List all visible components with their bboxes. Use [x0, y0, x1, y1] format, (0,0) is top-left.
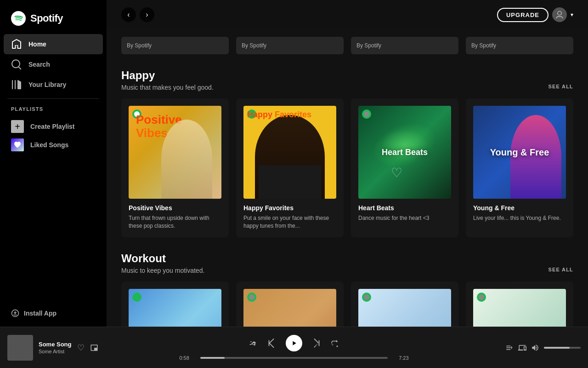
app-layout: Spotify Home Search: [0, 0, 588, 327]
happy-cards-grid: Positive Vibes Positive Vibes Turn that …: [121, 98, 573, 237]
user-avatar[interactable]: [552, 7, 567, 22]
happy-subtitle: Music that makes you feel good.: [121, 84, 214, 91]
home-icon: [11, 39, 22, 50]
card-heart-beats-title: Heart Beats: [358, 204, 451, 212]
hf-jacket: [259, 165, 321, 199]
pop-warmup-text: Pop Warmup 130 BPM: [358, 289, 451, 327]
card-workout-beats[interactable]: Workout Beats Workout Beats The best bea…: [236, 282, 344, 327]
svg-point-0: [11, 11, 26, 26]
top-card-1[interactable]: By Spotify: [121, 37, 229, 54]
heart-button[interactable]: ♡: [77, 343, 85, 353]
hf-text: Happy Favorites: [247, 110, 311, 120]
card-heart-beats[interactable]: Heart Beats ♡ Heart Beats Dance music fo…: [351, 98, 458, 237]
card-positive-vibes[interactable]: Positive Vibes Positive Vibes Turn that …: [121, 98, 229, 237]
sidebar-item-search[interactable]: Search: [4, 54, 103, 75]
fast-pop-text: Fast Pop Run 180 BPM: [473, 289, 566, 327]
user-icon: [555, 10, 564, 19]
card-happy-favorites-image: Happy Favorites: [243, 106, 336, 199]
card-workout-beats-image: Workout Beats: [243, 289, 336, 327]
top-card-2[interactable]: By Spotify: [236, 37, 344, 54]
sidebar-item-library[interactable]: Your Library: [4, 75, 103, 95]
top-cards-row: By Spotify By Spotify By Spotify By Spot…: [107, 29, 588, 54]
workout-title-group: Workout Music to keep you motivated.: [121, 252, 204, 274]
now-playing-title: Some Song: [39, 341, 72, 348]
card-happy-favorites[interactable]: Happy Favorites Happy Favorites Put a sm…: [236, 98, 344, 237]
happy-title: Happy: [121, 69, 214, 82]
devices-icon[interactable]: [518, 344, 526, 352]
volume-bar[interactable]: [544, 347, 581, 349]
top-card-3[interactable]: By Spotify: [351, 37, 458, 54]
happy-section: Happy Music that makes you feel good. SE…: [107, 69, 588, 237]
liked-songs-label: Liked Songs: [30, 141, 68, 149]
playlists-section: PLAYLISTS + Create Playlist Liked Songs: [0, 103, 107, 158]
play-icon: [290, 339, 298, 347]
spotify-badge-5: [132, 293, 141, 302]
sidebar-item-home[interactable]: Home: [4, 34, 103, 54]
player-controls: [249, 335, 339, 351]
top-card-4[interactable]: By Spotify: [466, 37, 573, 54]
progress-bar[interactable]: [200, 357, 387, 359]
top-bar-right: UPGRADE ▾: [497, 7, 573, 22]
top-card-2-byline: By Spotify: [242, 42, 338, 49]
now-playing-artist: Some Artist: [39, 349, 72, 354]
prev-button[interactable]: [266, 338, 277, 348]
card-positive-vibes-image: Positive Vibes: [129, 106, 221, 199]
queue-icon[interactable]: [505, 344, 514, 352]
search-icon: [11, 59, 22, 70]
create-playlist-item[interactable]: + Create Playlist: [11, 117, 96, 136]
top-card-1-byline: By Spotify: [127, 42, 223, 49]
top-card-3-byline: By Spotify: [356, 42, 453, 49]
top-card-4-byline: By Spotify: [471, 42, 568, 49]
install-label: Install App: [24, 310, 57, 317]
progress-row: 0:58 7:23: [179, 355, 408, 361]
runner-container: [138, 303, 184, 327]
workout-cards-grid: Workout Playlist Keep pushing through. W…: [121, 282, 573, 327]
play-pause-button[interactable]: [286, 335, 302, 351]
happy-title-group: Happy Music that makes you feel good.: [121, 69, 214, 91]
search-label: Search: [28, 61, 50, 68]
card-young-free[interactable]: Young & Free Young & Free Live your life…: [466, 98, 573, 237]
current-time: 0:58: [179, 355, 196, 361]
card-fast-pop-run[interactable]: Fast Pop Run 180 BPM Fast Pop Run 180 BP…: [466, 282, 573, 327]
happy-see-all[interactable]: SEE ALL: [548, 84, 573, 91]
card-young-free-desc: Live your life... this is Young & Free.: [473, 214, 566, 222]
nav-arrows: ‹ ›: [121, 7, 154, 22]
card-young-free-image: Young & Free: [473, 106, 566, 199]
heart-beats-label: Heart Beats: [358, 106, 451, 199]
nav-divider: [7, 98, 99, 99]
picture-in-picture-icon[interactable]: [90, 344, 98, 352]
hf-container: [255, 106, 325, 199]
sidebar: Spotify Home Search: [0, 0, 107, 327]
back-button[interactable]: ‹: [121, 7, 136, 22]
card-pop-warmup-image: Pop Warmup 130 BPM: [358, 289, 451, 327]
forward-button[interactable]: ›: [140, 7, 154, 22]
install-icon: [11, 309, 19, 317]
create-playlist-icon: +: [11, 120, 24, 133]
now-playing-bar: Some Song Some Artist ♡: [0, 327, 588, 368]
now-playing-center: 0:58 7:23: [179, 335, 408, 361]
workout-title: Workout: [121, 252, 204, 265]
young-free-label: Young & Free: [473, 106, 566, 199]
card-young-free-title: Young & Free: [473, 204, 566, 212]
now-playing-right: [409, 344, 581, 352]
progress-fill: [200, 357, 225, 359]
next-button[interactable]: [311, 338, 322, 348]
create-playlist-label: Create Playlist: [30, 123, 75, 130]
workout-see-all[interactable]: SEE ALL: [548, 267, 573, 274]
install-app-item[interactable]: Install App: [0, 304, 107, 323]
card-workout1[interactable]: Workout Playlist Keep pushing through.: [121, 282, 229, 327]
dropdown-arrow-icon[interactable]: ▾: [571, 12, 573, 18]
repeat-button[interactable]: [331, 339, 339, 347]
volume-icon[interactable]: [531, 344, 539, 352]
workout-section-header: Workout Music to keep you motivated. SEE…: [121, 252, 573, 274]
upgrade-button[interactable]: UPGRADE: [497, 8, 548, 22]
logo-area[interactable]: Spotify: [0, 0, 107, 34]
workout-beats-label: Workout Beats: [243, 289, 336, 327]
card-pop-warmup[interactable]: Pop Warmup 130 BPM Pop Warmup 130 BPM Wa…: [351, 282, 458, 327]
card-happy-favorites-title: Happy Favorites: [243, 204, 336, 212]
main-content: ‹ › UPGRADE ▾ By Spotify By Spotify: [107, 0, 588, 327]
liked-songs-item[interactable]: Liked Songs: [11, 136, 96, 154]
shuffle-button[interactable]: [249, 339, 257, 347]
playlists-label: PLAYLISTS: [11, 106, 96, 112]
card-fast-pop-run-image: Fast Pop Run 180 BPM: [473, 289, 566, 327]
